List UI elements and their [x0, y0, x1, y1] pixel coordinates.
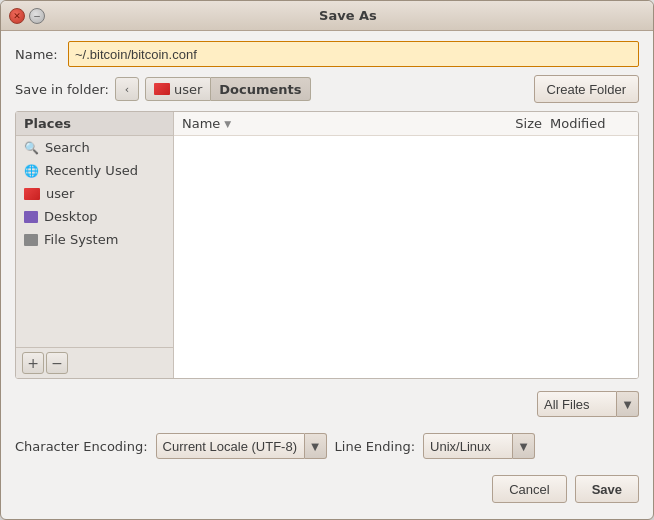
- sidebar-item-recently-used[interactable]: 🌐 Recently Used: [16, 159, 173, 182]
- sidebar-item-search-label: Search: [45, 140, 90, 155]
- window-controls: ✕ −: [9, 8, 45, 24]
- sidebar-item-desktop-label: Desktop: [44, 209, 98, 224]
- desktop-icon: [24, 211, 38, 223]
- folder-row: Save in folder: ‹ user Documents Create …: [15, 75, 639, 103]
- sidebar-footer: + −: [16, 347, 173, 378]
- sidebar-item-user-label: user: [46, 186, 74, 201]
- save-button[interactable]: Save: [575, 475, 639, 503]
- breadcrumb-documents[interactable]: Documents: [211, 77, 310, 101]
- titlebar: ✕ − Save As: [1, 1, 653, 31]
- sort-arrow-icon: ▼: [224, 119, 231, 129]
- bottom-controls: All Files ▼: [15, 387, 639, 417]
- action-row: Cancel Save: [15, 471, 639, 509]
- column-name[interactable]: Name ▼: [182, 116, 495, 131]
- encoding-select[interactable]: Current Locale (UTF-8): [156, 433, 305, 459]
- line-ending-label: Line Ending:: [335, 439, 415, 454]
- column-size[interactable]: Size: [495, 116, 550, 131]
- search-icon: 🔍: [24, 141, 39, 155]
- name-row: Name:: [15, 41, 639, 67]
- sidebar-item-filesystem[interactable]: File System: [16, 228, 173, 251]
- sidebar-item-desktop[interactable]: Desktop: [16, 205, 173, 228]
- line-ending-select-wrap: Unix/Linux ▼: [423, 433, 535, 459]
- sidebar-item-search[interactable]: 🔍 Search: [16, 136, 173, 159]
- main-panel: Places 🔍 Search 🌐 Recently Used user Des…: [15, 111, 639, 379]
- column-name-label: Name: [182, 116, 220, 131]
- add-bookmark-button[interactable]: +: [22, 352, 44, 374]
- sidebar: Places 🔍 Search 🌐 Recently Used user Des…: [16, 112, 174, 378]
- cancel-button[interactable]: Cancel: [492, 475, 566, 503]
- filesystem-icon: [24, 234, 38, 246]
- line-ending-select[interactable]: Unix/Linux: [423, 433, 513, 459]
- column-modified[interactable]: Modified: [550, 116, 630, 131]
- file-type-arrow-icon[interactable]: ▼: [617, 391, 639, 417]
- recently-used-icon: 🌐: [24, 164, 39, 178]
- file-list: [174, 136, 638, 378]
- line-ending-arrow-icon[interactable]: ▼: [513, 433, 535, 459]
- window-title: Save As: [51, 8, 645, 23]
- window-content: Name: Save in folder: ‹ user Documents C…: [1, 31, 653, 519]
- save-in-folder-label: Save in folder:: [15, 82, 109, 97]
- save-as-dialog: ✕ − Save As Name: Save in folder: ‹ user…: [0, 0, 654, 520]
- file-panel: Name ▼ Size Modified: [174, 112, 638, 378]
- breadcrumb-user[interactable]: user: [145, 77, 211, 101]
- close-button[interactable]: ✕: [9, 8, 25, 24]
- name-label: Name:: [15, 47, 60, 62]
- sidebar-header: Places: [16, 112, 173, 136]
- back-button[interactable]: ‹: [115, 77, 139, 101]
- encoding-row: Character Encoding: Current Locale (UTF-…: [15, 425, 639, 463]
- breadcrumb-user-label: user: [174, 82, 202, 97]
- name-input[interactable]: [68, 41, 639, 67]
- breadcrumb-documents-label: Documents: [219, 82, 301, 97]
- folder-icon: [154, 83, 170, 95]
- sidebar-item-user[interactable]: user: [16, 182, 173, 205]
- encoding-select-wrap: Current Locale (UTF-8) ▼: [156, 433, 327, 459]
- user-folder-icon: [24, 188, 40, 200]
- create-folder-button[interactable]: Create Folder: [534, 75, 639, 103]
- file-list-header: Name ▼ Size Modified: [174, 112, 638, 136]
- minimize-button[interactable]: −: [29, 8, 45, 24]
- breadcrumb: user Documents: [145, 77, 311, 101]
- file-type-select[interactable]: All Files: [537, 391, 617, 417]
- encoding-arrow-icon[interactable]: ▼: [305, 433, 327, 459]
- sidebar-item-filesystem-label: File System: [44, 232, 118, 247]
- remove-bookmark-button[interactable]: −: [46, 352, 68, 374]
- sidebar-item-recently-used-label: Recently Used: [45, 163, 138, 178]
- encoding-label: Character Encoding:: [15, 439, 148, 454]
